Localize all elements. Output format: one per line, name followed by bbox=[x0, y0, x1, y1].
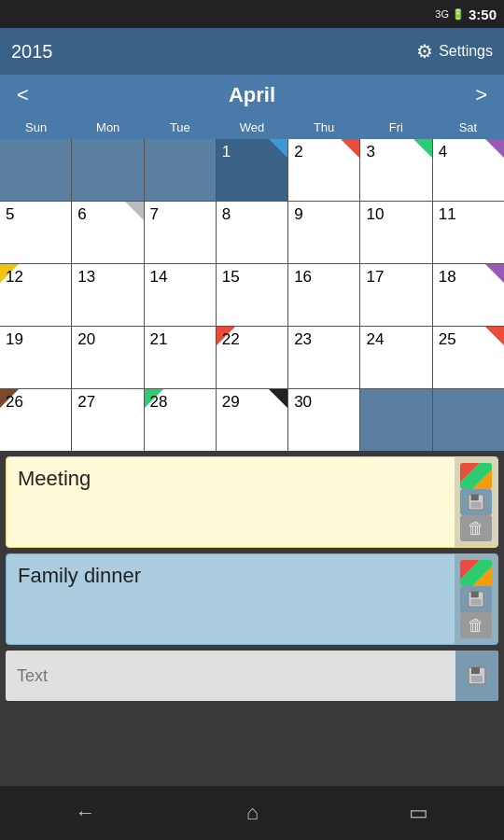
cal-cell[interactable] bbox=[0, 139, 71, 201]
date-number: 19 bbox=[6, 330, 23, 348]
date-number: 22 bbox=[222, 330, 240, 348]
note-actions: 🗑 bbox=[455, 457, 497, 547]
note-text: Meeting bbox=[7, 457, 455, 547]
cal-cell[interactable] bbox=[145, 139, 216, 201]
cal-cell[interactable]: 21 bbox=[145, 327, 216, 388]
cal-cell[interactable]: 26 bbox=[0, 389, 71, 451]
date-number: 1 bbox=[222, 143, 231, 161]
corner-triangle bbox=[269, 139, 287, 158]
header-thu: Thu bbox=[288, 116, 360, 139]
cal-cell[interactable]: 14 bbox=[145, 264, 216, 326]
cal-cell[interactable]: 15 bbox=[217, 264, 287, 326]
back-button[interactable]: ← bbox=[76, 801, 96, 825]
trash-icon: 🗑 bbox=[468, 519, 484, 539]
date-number: 6 bbox=[77, 205, 86, 223]
date-number: 5 bbox=[6, 205, 14, 223]
date-number: 9 bbox=[294, 205, 302, 223]
date-number: 21 bbox=[150, 330, 168, 348]
settings-button[interactable]: Settings bbox=[416, 40, 493, 63]
note-text: Family dinner bbox=[7, 554, 455, 644]
prev-month-button[interactable]: < bbox=[4, 79, 42, 111]
cal-cell[interactable]: 22 bbox=[217, 327, 287, 388]
floppy-icon bbox=[467, 665, 487, 686]
date-number: 26 bbox=[6, 393, 23, 411]
day-headers: Sun Mon Tue Wed Thu Fri Sat bbox=[0, 116, 504, 139]
date-number: 8 bbox=[222, 205, 231, 223]
corner-triangle bbox=[413, 139, 432, 158]
note-save-button[interactable] bbox=[460, 586, 492, 612]
date-number: 23 bbox=[294, 330, 312, 348]
battery-icon: 🔋 bbox=[452, 8, 465, 21]
cal-cell[interactable]: 10 bbox=[360, 202, 431, 263]
note-color-button[interactable] bbox=[460, 463, 492, 489]
date-number: 27 bbox=[77, 393, 95, 411]
cal-cell[interactable]: 24 bbox=[360, 327, 431, 388]
next-month-button[interactable]: > bbox=[462, 79, 500, 111]
cal-cell[interactable]: 1 bbox=[217, 139, 287, 201]
note-save-button[interactable] bbox=[460, 489, 492, 515]
cal-cell[interactable] bbox=[360, 389, 431, 451]
cal-cell[interactable]: 5 bbox=[0, 202, 71, 263]
cal-cell[interactable] bbox=[72, 139, 143, 201]
header-sat: Sat bbox=[432, 116, 504, 139]
cal-cell[interactable]: 9 bbox=[288, 202, 359, 263]
note-delete-button[interactable]: 🗑 bbox=[460, 612, 492, 638]
clock: 3:50 bbox=[469, 7, 497, 22]
date-number: 15 bbox=[222, 268, 240, 286]
corner-triangle bbox=[125, 202, 144, 220]
cal-cell[interactable]: 28 bbox=[145, 389, 216, 451]
svg-rect-8 bbox=[471, 676, 483, 682]
cal-cell[interactable]: 2 bbox=[288, 139, 359, 201]
bottom-nav: ← ⌂ ▭ bbox=[0, 786, 504, 840]
date-number: 16 bbox=[294, 268, 312, 286]
date-number: 12 bbox=[6, 268, 23, 286]
cal-cell[interactable]: 16 bbox=[288, 264, 359, 326]
cal-cell[interactable]: 23 bbox=[288, 327, 359, 388]
cal-cell[interactable]: 3 bbox=[360, 139, 431, 201]
header-wed: Wed bbox=[216, 116, 287, 139]
date-number: 10 bbox=[366, 205, 384, 223]
header-sun: Sun bbox=[0, 116, 72, 139]
date-number: 18 bbox=[439, 268, 456, 286]
cal-cell[interactable]: 20 bbox=[72, 327, 143, 388]
date-number: 28 bbox=[150, 393, 168, 411]
cal-cell[interactable]: 7 bbox=[145, 202, 216, 263]
cal-cell[interactable]: 6 bbox=[72, 202, 143, 263]
cal-cell[interactable]: 25 bbox=[433, 327, 504, 388]
date-number: 7 bbox=[150, 205, 159, 223]
month-nav: < April > bbox=[0, 75, 504, 116]
text-input[interactable] bbox=[6, 651, 455, 701]
cal-cell[interactable]: 17 bbox=[360, 264, 431, 326]
cal-cell[interactable]: 29 bbox=[217, 389, 287, 451]
note-color-button[interactable] bbox=[460, 560, 492, 586]
cal-cell[interactable]: 4 bbox=[433, 139, 504, 201]
header-tue: Tue bbox=[144, 116, 216, 139]
cal-cell[interactable]: 11 bbox=[433, 202, 504, 263]
header-fri: Fri bbox=[360, 116, 432, 139]
cal-cell[interactable] bbox=[433, 389, 504, 451]
note-card: Meeting🗑 bbox=[6, 456, 498, 548]
header-mon: Mon bbox=[72, 116, 144, 139]
date-number: 20 bbox=[77, 330, 95, 348]
cal-cell[interactable]: 8 bbox=[217, 202, 287, 263]
date-number: 25 bbox=[439, 330, 456, 348]
gear-icon bbox=[416, 40, 433, 63]
cal-cell[interactable]: 30 bbox=[288, 389, 359, 451]
corner-triangle bbox=[485, 139, 504, 158]
home-button[interactable]: ⌂ bbox=[246, 801, 259, 825]
note-delete-button[interactable]: 🗑 bbox=[460, 515, 492, 541]
text-input-area bbox=[6, 651, 498, 701]
cal-cell[interactable]: 19 bbox=[0, 327, 71, 388]
month-title: April bbox=[229, 83, 275, 107]
cal-cell[interactable]: 12 bbox=[0, 264, 71, 326]
cal-cell[interactable]: 27 bbox=[72, 389, 143, 451]
recent-button[interactable]: ▭ bbox=[409, 801, 428, 825]
date-number: 14 bbox=[150, 268, 168, 286]
cal-cell[interactable]: 18 bbox=[433, 264, 504, 326]
text-save-button[interactable] bbox=[455, 651, 498, 701]
cal-cell[interactable]: 13 bbox=[72, 264, 143, 326]
status-bar: 3G 🔋 3:50 bbox=[0, 0, 504, 28]
corner-triangle bbox=[341, 139, 359, 158]
svg-rect-5 bbox=[471, 599, 482, 605]
date-number: 24 bbox=[366, 330, 384, 348]
